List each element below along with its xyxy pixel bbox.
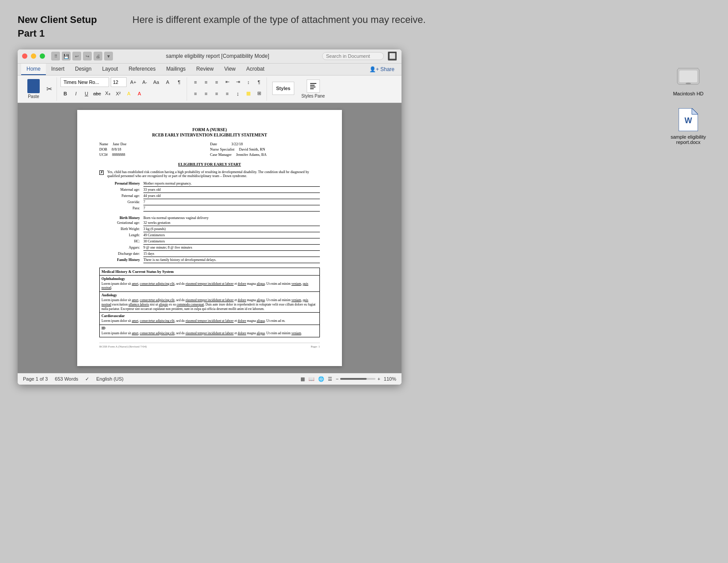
sort-button[interactable]: ↕ (244, 77, 253, 87)
maximize-button[interactable] (40, 53, 45, 59)
docx-file-icon[interactable]: W sample eligibility report.docx (666, 110, 710, 145)
save-icon[interactable]: 💾 (62, 52, 71, 60)
format-painter-button[interactable]: ✂ (44, 84, 54, 94)
ribbon-toolbar: Paste ✂ A+ A- Aa A ¶ (18, 76, 402, 103)
paste-button[interactable]: Paste (24, 77, 43, 101)
font-selector: A+ A- Aa A ¶ (60, 77, 184, 87)
share-button[interactable]: 👤 + Share (366, 64, 398, 75)
footer-right: Page: 1 (311, 345, 320, 348)
align-center-button[interactable]: ≡ (201, 89, 211, 98)
audiology-section: Audiology Lorem ipsum dolor sit amet, co… (100, 292, 319, 313)
tab-review[interactable]: Review (191, 64, 219, 75)
document-area[interactable]: FORM A (NURSE) RCEB EARLY INTERVENTION E… (18, 103, 402, 373)
bullets-button[interactable]: ≡ (191, 77, 200, 87)
uci-value: 8888888 (112, 152, 125, 157)
svg-rect-0 (310, 83, 316, 84)
change-case-button[interactable]: Aa (151, 77, 161, 87)
gestational-age-label: Gestational age: (99, 221, 143, 226)
line-spacing-button[interactable]: ↨ (233, 89, 243, 98)
family-history-label: Family History (99, 258, 143, 263)
spelling-icon[interactable]: ✓ (85, 376, 89, 382)
font-size-decrease[interactable]: A- (140, 77, 150, 87)
styles-pane-button[interactable]: Styles Pane (300, 79, 326, 98)
docx-label: sample eligibility report.docx (666, 134, 710, 145)
borders-button[interactable]: ⊞ (254, 89, 264, 98)
bold-button[interactable]: B (60, 89, 70, 98)
view-web-icon[interactable]: 🌐 (318, 376, 324, 382)
more-icon[interactable]: ▼ (104, 52, 113, 60)
ribbon-tabs: Home Insert Design Layout References Mai… (18, 64, 402, 76)
font-size-input[interactable] (111, 77, 127, 87)
docx-icon-image: W (677, 110, 699, 132)
grid-icon[interactable]: ⠿ (51, 52, 60, 60)
superscript-button[interactable]: X² (113, 89, 123, 98)
tab-insert[interactable]: Insert (46, 64, 70, 75)
increase-indent-button[interactable]: ⇥ (233, 77, 243, 87)
length-row: Length: 49 Centimeters (99, 233, 320, 238)
highlight-button[interactable]: A (124, 89, 134, 98)
tab-acrobat[interactable]: Acrobat (241, 64, 270, 75)
multilevel-button[interactable]: ≡ (212, 77, 221, 87)
zoom-out-icon[interactable]: − (336, 376, 338, 382)
minimize-button[interactable] (31, 53, 36, 59)
align-left-button[interactable]: ≡ (191, 89, 200, 98)
view-layout-icon[interactable]: ▦ (300, 376, 305, 382)
shading-button[interactable]: ▦ (244, 89, 253, 98)
info-nurse-row: Nurse Specialist David Smith, RN (210, 147, 320, 151)
tab-mailings[interactable]: Mailings (161, 64, 191, 75)
view-read-icon[interactable]: 📖 (308, 376, 315, 382)
print-icon[interactable]: 🖨 (94, 52, 102, 60)
maternal-age-value: 33 years old (143, 188, 320, 193)
decrease-indent-button[interactable]: ⇤ (222, 77, 232, 87)
align-right-button[interactable]: ≡ (212, 89, 221, 98)
undo-icon[interactable]: ↩ (72, 52, 81, 60)
hd-label: Macintosh HD (673, 91, 703, 96)
family-history-row: Family History There is no family histor… (99, 258, 320, 263)
macintosh-hd-icon[interactable]: Macintosh HD (673, 66, 703, 96)
svg-rect-1 (310, 85, 315, 86)
view-outline-icon[interactable]: ☰ (328, 376, 332, 382)
font-size-increase[interactable]: A+ (128, 77, 138, 87)
prenatal-section: Prenatal History Mother reports normal p… (99, 181, 320, 212)
font-name-input[interactable] (60, 77, 109, 87)
dob-value: 8/8/18 (112, 147, 121, 151)
eligibility-checkbox-row: ✗ Yes, child has established risk condit… (99, 170, 320, 178)
tab-view[interactable]: View (219, 64, 241, 75)
title-line1: New Client Setup (18, 13, 106, 27)
cardiovascular-section: Cardiovascular Lorem ipsum dolor sit ame… (100, 313, 319, 325)
zoom-in-icon[interactable]: + (377, 376, 380, 382)
close-button[interactable] (22, 53, 27, 59)
clear-format-button[interactable]: ¶ (174, 77, 184, 87)
tab-references[interactable]: References (123, 64, 161, 75)
show-formatting-button[interactable]: ¶ (254, 77, 264, 87)
audiology-title: Audiology (101, 293, 318, 297)
zoom-track[interactable] (340, 378, 375, 380)
tab-design[interactable]: Design (70, 64, 97, 75)
tab-layout[interactable]: Layout (97, 64, 123, 75)
numbering-button[interactable]: ≡ (201, 77, 211, 87)
title-bar: ⠿ 💾 ↩ ↪ 🖨 ▼ sample eligibility report [C… (18, 49, 402, 64)
font-color-button[interactable]: A (163, 77, 173, 87)
length-value: 49 Centimeters (143, 233, 320, 238)
styles-button[interactable]: Styles (270, 82, 296, 96)
title-line2: Part 1 (18, 27, 106, 41)
svg-marker-9 (692, 108, 698, 114)
document-footer: RCEB Form A (Nurse) (Revised 7/04) Page:… (99, 343, 320, 348)
justify-button[interactable]: ≡ (222, 89, 232, 98)
main-content: ⠿ 💾 ↩ ↪ 🖨 ▼ sample eligibility report [C… (0, 49, 728, 385)
strikethrough-button[interactable]: abc (92, 89, 102, 98)
id-title: ID (101, 326, 318, 330)
paragraph-group: ≡ ≡ ≡ ⇤ ⇥ ↕ ¶ ≡ ≡ ≡ ≡ ↨ ▦ (188, 77, 267, 101)
tab-home[interactable]: Home (21, 64, 46, 75)
subscript-button[interactable]: X₂ (103, 89, 113, 98)
redo-icon[interactable]: ↪ (83, 52, 92, 60)
text-color-button[interactable]: A (135, 89, 144, 98)
apgars-row: Apgars: 9 @ one minute; 8 @ five minutes (99, 246, 320, 251)
word-count: 653 Words (55, 376, 78, 382)
status-bar: Page 1 of 3 653 Words ✓ English (US) ▦ 📖… (18, 373, 402, 385)
italic-button[interactable]: I (71, 89, 81, 98)
zoom-control[interactable]: − + (336, 376, 380, 382)
underline-button[interactable]: U (82, 89, 91, 98)
medical-table-header: Medical History & Current Status by Syst… (100, 268, 319, 276)
search-input[interactable] (322, 52, 384, 60)
